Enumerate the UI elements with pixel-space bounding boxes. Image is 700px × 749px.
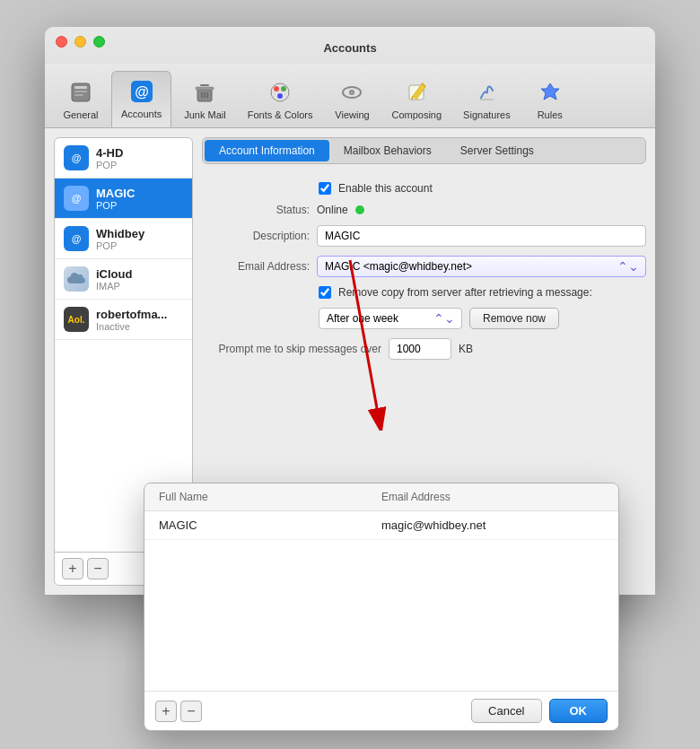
account-name-magic: MAGIC <box>96 187 183 200</box>
popup-table-header: Full Name Email Address <box>144 483 618 511</box>
title-bar: Accounts General <box>45 27 655 128</box>
account-name-4hd: 4-HD <box>96 146 183 160</box>
account-type-4hd: POP <box>96 160 183 170</box>
prompt-input[interactable] <box>389 338 451 360</box>
ok-button[interactable]: OK <box>549 699 608 723</box>
account-name-whidbey: Whidbey <box>96 227 183 240</box>
popup-add-button[interactable]: + <box>155 701 177 722</box>
window-title: Accounts <box>45 36 655 64</box>
svg-text:@: @ <box>135 84 149 100</box>
popup-col-name: Full Name <box>159 491 381 503</box>
add-account-button[interactable]: + <box>62 558 83 579</box>
sidebar-item-4hd[interactable]: @ 4-HD POP <box>55 138 192 179</box>
after-period-row: After one week After one day After one m… <box>202 308 646 329</box>
period-select[interactable]: After one week After one day After one m… <box>319 308 462 329</box>
popup-cell-name: MAGIC <box>159 518 381 532</box>
popup-content: Full Name Email Address MAGIC magic@whid… <box>144 483 618 730</box>
email-row: Email Address: MAGIC <magic@whidbey.net>… <box>202 256 646 277</box>
accounts-label: Accounts <box>121 109 162 119</box>
toolbar-item-junk[interactable]: Junk Mail <box>175 73 234 127</box>
tab-mailbox-behaviors[interactable]: Mailbox Behaviors <box>329 140 446 161</box>
fonts-label: Fonts & Colors <box>248 109 313 120</box>
cancel-button[interactable]: Cancel <box>471 699 541 723</box>
svg-marker-26 <box>541 83 559 100</box>
email-select-wrapper: MAGIC <magic@whidbey.net> ⌃⌄ <box>317 256 646 277</box>
remove-copy-checkbox[interactable] <box>319 286 331 299</box>
sidebar-item-magic[interactable]: @ MAGIC POP <box>55 179 192 219</box>
toolbar-item-signatures[interactable]: Signatures <box>454 73 520 127</box>
toolbar-item-fonts[interactable]: Fonts & Colors <box>239 73 322 127</box>
status-label: Status: <box>202 204 310 216</box>
toolbar-item-accounts[interactable]: @ Accounts <box>111 71 171 127</box>
remove-now-button[interactable]: Remove now <box>469 308 559 329</box>
svg-point-16 <box>275 87 278 91</box>
toolbar: General @ Accounts <box>45 64 655 127</box>
svg-point-18 <box>278 94 282 98</box>
popup-table-body: MAGIC magic@whidbey.net <box>144 511 618 691</box>
prompt-row: Prompt me to skip messages over KB <box>202 338 646 360</box>
signatures-icon <box>472 78 501 107</box>
accounts-icon: @ <box>127 77 156 106</box>
enable-account-label[interactable]: Enable this account <box>338 182 433 195</box>
sidebar-item-whidbey[interactable]: @ Whidbey POP <box>55 219 192 259</box>
toolbar-item-viewing[interactable]: Viewing <box>325 73 379 127</box>
status-indicator <box>355 205 364 214</box>
rules-icon <box>536 78 564 107</box>
svg-rect-7 <box>196 87 214 90</box>
popup-bottom: + − Cancel OK <box>144 691 618 730</box>
viewing-icon <box>337 78 366 107</box>
svg-point-21 <box>351 91 354 94</box>
maximize-button[interactable] <box>93 36 105 48</box>
popup-remove-button[interactable]: − <box>180 701 202 722</box>
svg-text:@: @ <box>72 233 82 244</box>
close-button[interactable] <box>56 36 67 48</box>
svg-line-24 <box>412 96 413 100</box>
account-icon-roberto: Aol. <box>64 307 89 332</box>
email-label: Email Address: <box>202 260 310 273</box>
svg-rect-2 <box>74 91 87 92</box>
toolbar-item-general[interactable]: General <box>54 73 108 127</box>
remove-copy-row: Remove copy from server after retrieving… <box>202 286 646 299</box>
popup-col-email: Email Address <box>381 491 604 503</box>
account-name-roberto: robertofma... <box>96 308 183 321</box>
signatures-label: Signatures <box>463 109 511 120</box>
account-icon-magic: @ <box>64 186 89 211</box>
status-row: Status: Online <box>202 204 646 216</box>
tab-bar: Account Information Mailbox Behaviors Se… <box>202 137 646 164</box>
svg-rect-1 <box>74 86 87 89</box>
account-icon-whidbey: @ <box>64 226 89 251</box>
period-select-wrapper: After one week After one day After one m… <box>319 308 462 329</box>
remove-copy-label[interactable]: Remove copy from server after retrieving… <box>338 286 592 299</box>
composing-label: Composing <box>391 109 442 120</box>
tab-account-information[interactable]: Account Information <box>205 140 329 161</box>
account-icon-4hd: @ <box>64 145 89 170</box>
description-input[interactable] <box>317 225 646 247</box>
sidebar-item-icloud[interactable]: iCloud IMAP <box>55 259 192 300</box>
minimize-button[interactable] <box>74 36 86 48</box>
svg-point-17 <box>282 87 285 91</box>
rules-label: Rules <box>538 109 563 120</box>
account-type-roberto: Inactive <box>96 321 183 332</box>
tab-server-settings[interactable]: Server Settings <box>446 140 548 161</box>
toolbar-item-rules[interactable]: Rules <box>523 73 577 127</box>
composing-icon <box>402 78 431 107</box>
general-label: General <box>63 109 98 120</box>
toolbar-item-composing[interactable]: Composing <box>382 73 451 127</box>
popup-table-row[interactable]: MAGIC magic@whidbey.net <box>144 511 618 540</box>
status-value: Online <box>317 204 348 216</box>
enable-account-row: Enable this account <box>202 182 646 195</box>
account-type-icloud: IMAP <box>96 281 183 292</box>
account-type-whidbey: POP <box>96 240 183 251</box>
enable-account-checkbox[interactable] <box>319 182 331 195</box>
email-select[interactable]: MAGIC <magic@whidbey.net> <box>317 256 646 277</box>
description-label: Description: <box>202 230 310 242</box>
remove-account-button[interactable]: − <box>87 558 109 579</box>
sidebar-item-roberto[interactable]: Aol. robertofma... Inactive <box>55 300 192 340</box>
fonts-icon <box>266 78 294 107</box>
viewing-label: Viewing <box>335 109 369 120</box>
junk-label: Junk Mail <box>184 109 225 120</box>
svg-text:@: @ <box>72 152 82 163</box>
popup-add-remove: + − <box>155 701 202 722</box>
junk-icon <box>190 78 219 107</box>
general-icon <box>66 78 95 107</box>
